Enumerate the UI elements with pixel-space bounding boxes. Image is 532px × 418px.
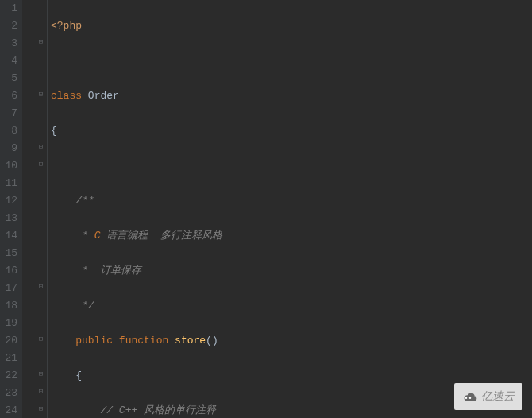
line-comment: // C++ 风格的单行注释 — [100, 404, 216, 416]
line-number[interactable]: 3 — [0, 35, 17, 52]
line-number[interactable]: 23 — [0, 385, 17, 402]
docblock-close: */ — [75, 300, 94, 312]
docblock-line: * C 语言编程 多行注释风格 — [75, 230, 222, 242]
line-number[interactable]: 19 — [0, 315, 17, 332]
fold-marker-icon[interactable]: ⊟ — [37, 388, 44, 395]
code-editor: 1 2 3 4 5 6 7 8 9 10 11 12 13 14 15 16 1… — [0, 0, 532, 418]
line-number[interactable]: 7 — [0, 105, 17, 122]
fold-marker-icon[interactable]: ⊟ — [37, 335, 44, 343]
line-number[interactable]: 8 — [0, 122, 17, 140]
line-number[interactable]: 2 — [0, 17, 17, 35]
fold-column: ⊟ ⊟ ⊟ ⊟ ⊟ ⊟ ⊟ ⊟ ⊟ — [22, 0, 48, 418]
line-number[interactable]: 14 — [0, 227, 17, 245]
fold-marker-icon[interactable]: ⊟ — [37, 370, 44, 377]
fold-marker-icon[interactable]: ⊟ — [37, 161, 44, 168]
line-number[interactable]: 22 — [0, 367, 17, 385]
fold-marker-icon[interactable]: ⊟ — [37, 91, 44, 98]
line-number[interactable]: 1 — [0, 0, 17, 17]
docblock-line: * 订单保存 — [75, 265, 141, 277]
php-open-tag: <?php — [51, 20, 82, 32]
fold-marker-icon[interactable]: ⊟ — [37, 405, 44, 412]
svg-point-1 — [469, 397, 472, 399]
line-number[interactable]: 4 — [0, 52, 17, 70]
fold-marker-icon[interactable]: ⊟ — [37, 143, 44, 150]
line-number[interactable]: 15 — [0, 245, 17, 262]
brace-open: { — [75, 370, 82, 381]
cloud-icon — [462, 391, 478, 402]
line-number[interactable]: 17 — [0, 280, 17, 297]
line-number[interactable]: 10 — [0, 157, 17, 175]
keyword-function: function — [119, 335, 168, 346]
line-number-gutter: 1 2 3 4 5 6 7 8 9 10 11 12 13 14 15 16 1… — [0, 0, 22, 418]
line-number[interactable]: 18 — [0, 297, 17, 315]
svg-point-0 — [465, 397, 468, 399]
watermark: 亿速云 — [454, 383, 522, 410]
line-number[interactable]: 12 — [0, 192, 17, 210]
docblock-open: /** — [75, 195, 94, 207]
fold-marker-icon[interactable]: ⊟ — [37, 283, 44, 290]
fold-marker-icon[interactable]: ⊟ — [37, 38, 44, 45]
line-number[interactable]: 5 — [0, 70, 17, 87]
line-number[interactable]: 16 — [0, 262, 17, 280]
line-number[interactable]: 13 — [0, 210, 17, 227]
line-number[interactable]: 20 — [0, 332, 17, 350]
keyword-public: public — [75, 335, 113, 346]
function-name: store — [175, 335, 206, 346]
brace-open: { — [51, 125, 57, 137]
line-number[interactable]: 6 — [0, 87, 17, 105]
line-number[interactable]: 24 — [0, 402, 17, 418]
line-number[interactable]: 9 — [0, 140, 17, 157]
line-number[interactable]: 11 — [0, 175, 17, 192]
code-content[interactable]: <?php class Order { /** * C 语言编程 多行注释风格 … — [48, 0, 532, 418]
watermark-text: 亿速云 — [481, 388, 515, 405]
parens: () — [206, 335, 218, 346]
class-name: Order — [88, 90, 119, 102]
keyword-class: class — [51, 90, 82, 102]
line-number[interactable]: 21 — [0, 350, 17, 367]
